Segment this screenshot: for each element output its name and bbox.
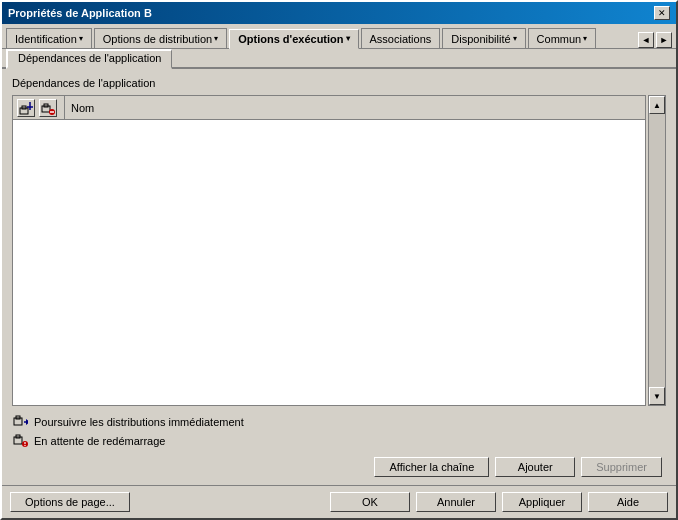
supprimer-button[interactable]: Supprimer (581, 457, 662, 477)
legend-poursuivre-icon (12, 414, 28, 430)
legend-area: Poursuivre les distributions immédiateme… (12, 414, 666, 449)
tab-identification-arrow: ▾ (79, 34, 83, 43)
bottom-bar: Options de page... OK Annuler Appliquer … (2, 485, 676, 518)
legend-en-attente-icon (12, 433, 28, 449)
scroll-track[interactable] (649, 114, 665, 387)
close-button[interactable]: ✕ (654, 6, 670, 20)
content-area: Dépendances de l'application (2, 69, 676, 485)
table-icon-header (13, 96, 65, 119)
tab-associations[interactable]: Associations (361, 28, 441, 48)
aide-button[interactable]: Aide (588, 492, 668, 512)
main-window: Propriétés de Application B ✕ Identifica… (0, 0, 678, 520)
vertical-scrollbar[interactable]: ▲ ▼ (648, 95, 666, 406)
tabs-row-2: Dépendances de l'application (2, 49, 676, 69)
tab-options-distribution-arrow: ▾ (214, 34, 218, 43)
table-body[interactable] (13, 120, 645, 405)
tab-options-distribution[interactable]: Options de distribution ▾ (94, 28, 227, 48)
table: Nom (12, 95, 646, 406)
svg-marker-11 (26, 419, 28, 425)
window-title: Propriétés de Application B (8, 7, 152, 19)
options-page-button[interactable]: Options de page... (10, 492, 130, 512)
annuler-button[interactable]: Annuler (416, 492, 496, 512)
add-dependency-button[interactable] (17, 99, 35, 117)
add-icon (19, 101, 33, 115)
action-buttons: Afficher la chaîne Ajouter Supprimer (12, 457, 666, 477)
tab-commun-arrow: ▾ (583, 34, 587, 43)
scroll-up-button[interactable]: ▲ (649, 96, 665, 114)
title-bar-controls: ✕ (654, 6, 670, 20)
legend-item-poursuivre: Poursuivre les distributions immédiateme… (12, 414, 666, 430)
section-title: Dépendances de l'application (12, 77, 666, 89)
tab-identification[interactable]: Identification ▾ (6, 28, 92, 48)
ajouter-button[interactable]: Ajouter (495, 457, 575, 477)
svg-point-16 (24, 445, 25, 446)
tab-commun[interactable]: Commun ▾ (528, 28, 597, 48)
afficher-chaine-button[interactable]: Afficher la chaîne (374, 457, 489, 477)
appliquer-button[interactable]: Appliquer (502, 492, 582, 512)
bottom-left: Options de page... (10, 492, 130, 512)
table-container: Nom ▲ ▼ (12, 95, 666, 406)
scroll-down-button[interactable]: ▼ (649, 387, 665, 405)
tab-next-arrow[interactable]: ► (656, 32, 672, 48)
remove-icon (41, 101, 55, 115)
remove-dependency-button[interactable] (39, 99, 57, 117)
col-nom-header: Nom (65, 96, 645, 119)
tab-dependances[interactable]: Dépendances de l'application (6, 49, 172, 69)
tabs-row-1: Identification ▾ Options de distribution… (2, 24, 676, 49)
tab-disponibilite[interactable]: Disponibilité ▾ (442, 28, 525, 48)
title-bar: Propriétés de Application B ✕ (2, 2, 676, 24)
table-header: Nom (13, 96, 645, 120)
legend-item-en-attente: En attente de redémarrage (12, 433, 666, 449)
tab-disponibilite-arrow: ▾ (513, 34, 517, 43)
ok-button[interactable]: OK (330, 492, 410, 512)
tab-prev-arrow[interactable]: ◄ (638, 32, 654, 48)
tab-options-execution-arrow: ▾ (346, 34, 350, 43)
tab-options-execution[interactable]: Options d'exécution ▾ (229, 29, 358, 49)
bottom-right: OK Annuler Appliquer Aide (330, 492, 668, 512)
tab-nav-arrows: ◄ ► (638, 32, 672, 48)
